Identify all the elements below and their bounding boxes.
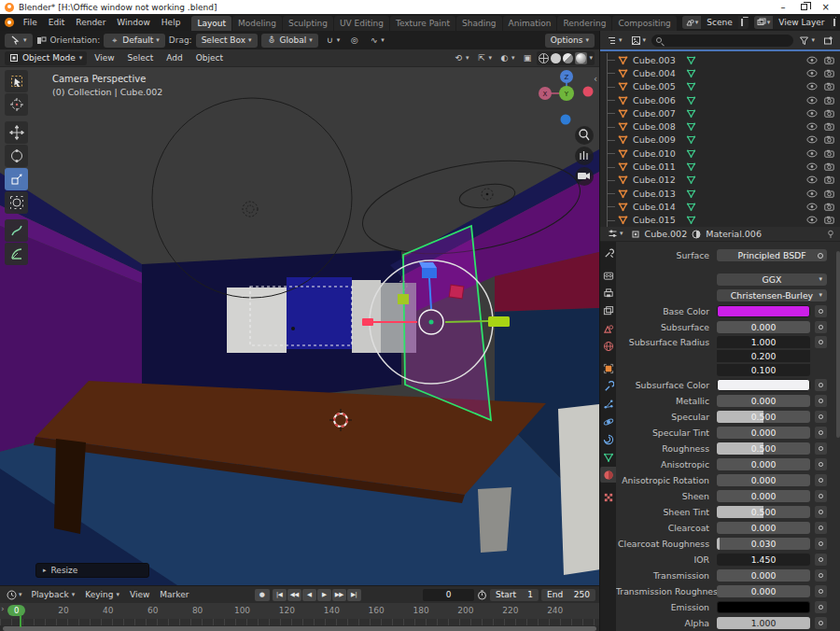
workspace-tab[interactable]: Layout xyxy=(191,16,231,31)
outliner-row[interactable]: Cube.013 xyxy=(600,187,840,200)
property-field[interactable] xyxy=(717,601,810,613)
tab-constraints[interactable] xyxy=(600,431,616,447)
mesh-object-icon[interactable] xyxy=(618,189,628,199)
hide-viewport-icon[interactable] xyxy=(806,203,818,211)
zoom-button[interactable] xyxy=(575,126,594,145)
menu-item[interactable]: Window xyxy=(111,18,156,27)
properties-editor-type-dropdown[interactable]: ▾ xyxy=(605,227,626,241)
color-swatch[interactable] xyxy=(717,601,810,613)
disable-render-icon[interactable] xyxy=(824,56,834,64)
door-panel[interactable] xyxy=(558,403,599,575)
animate-decorator-button[interactable] xyxy=(815,569,827,582)
tab-object[interactable] xyxy=(600,360,616,376)
outliner-row[interactable]: Cube.015 xyxy=(600,214,840,227)
workspace-tab[interactable]: Texture Paint xyxy=(390,16,455,31)
mesh-data-icon[interactable] xyxy=(686,202,696,212)
slider-field[interactable]: 0.500 xyxy=(717,411,810,423)
property-field[interactable]: 0.000 0.000 0.000 0.000 xyxy=(717,321,810,333)
property-field[interactable]: 0.500 0.500 0.500 0.500 xyxy=(717,411,810,423)
hide-viewport-icon[interactable] xyxy=(806,149,818,158)
active-tool-dropdown[interactable]: ▾ xyxy=(5,34,33,48)
tab-particles[interactable] xyxy=(600,396,616,412)
workspace-tab[interactable]: Animation xyxy=(503,16,557,31)
hide-viewport-icon[interactable] xyxy=(806,175,818,184)
property-field[interactable]: 1.000 1.000 1.000 1.000 xyxy=(717,617,810,629)
slider-field[interactable]: 0.000 xyxy=(717,569,810,582)
outliner-row[interactable]: Cube.005 xyxy=(600,80,840,93)
workspace-tab[interactable]: Modeling xyxy=(232,16,282,31)
mesh-data-icon[interactable] xyxy=(686,161,696,172)
shading-dropdown-left[interactable]: ◐▾ xyxy=(497,51,518,65)
mesh-object-icon[interactable] xyxy=(618,81,628,91)
view-layer-name[interactable]: View Layer xyxy=(773,16,830,29)
blender-menu-icon[interactable] xyxy=(4,17,16,29)
auto-key-record-button[interactable]: ● xyxy=(255,589,270,601)
slider-field[interactable]: 0.000 xyxy=(717,427,810,439)
animate-decorator-button[interactable] xyxy=(815,490,827,502)
number-field[interactable]: 0.100 xyxy=(717,364,810,376)
outliner-search-input[interactable] xyxy=(651,35,793,47)
hide-viewport-icon[interactable] xyxy=(806,189,818,198)
menu-item[interactable]: Help xyxy=(156,18,187,27)
mesh-data-icon[interactable] xyxy=(686,55,696,65)
annotate-tool[interactable] xyxy=(5,219,28,242)
disable-render-icon[interactable] xyxy=(824,82,834,91)
hide-viewport-icon[interactable] xyxy=(806,69,818,77)
animate-decorator-button[interactable] xyxy=(815,458,827,470)
current-frame-field[interactable]: 0 xyxy=(423,589,474,601)
move-tool[interactable] xyxy=(5,121,28,144)
hide-viewport-icon[interactable] xyxy=(806,82,818,91)
disable-render-icon[interactable] xyxy=(824,189,834,198)
animate-decorator-button[interactable] xyxy=(815,538,827,550)
gizmo-y-handle[interactable] xyxy=(488,316,510,327)
tab-texture[interactable] xyxy=(600,489,616,505)
red-cube[interactable] xyxy=(449,285,464,299)
slider-field[interactable]: 1.000 xyxy=(717,617,810,629)
rotate-tool[interactable] xyxy=(5,145,28,167)
menu-item[interactable]: Render xyxy=(70,18,111,27)
transport-button[interactable]: ▶| xyxy=(347,589,361,601)
animate-decorator-button[interactable] xyxy=(815,522,827,534)
hide-viewport-icon[interactable] xyxy=(806,216,818,224)
mesh-data-icon[interactable] xyxy=(686,175,696,185)
transport-button[interactable]: |◀ xyxy=(273,589,287,601)
scene-selector[interactable]: ▾ Scene × xyxy=(682,16,749,29)
workspace-tab[interactable]: Compositing xyxy=(612,16,676,31)
menu-item[interactable]: Edit xyxy=(43,18,70,27)
mesh-data-icon[interactable] xyxy=(686,68,696,78)
tab-tool[interactable] xyxy=(600,245,616,260)
property-field[interactable]: 0.000 0.000 0.000 0.000 xyxy=(717,569,810,582)
mesh-data-icon[interactable] xyxy=(686,108,696,119)
animate-decorator-button[interactable] xyxy=(815,427,827,439)
object-name[interactable]: Cube.007 xyxy=(633,108,681,119)
new-view-layer-icon[interactable] xyxy=(833,19,835,26)
tab-physics[interactable] xyxy=(600,414,616,429)
property-field[interactable]: Christensen-Burley Christensen-Burley Ch… xyxy=(717,289,827,301)
property-field[interactable]: 1.450 1.450 1.450 1.450 xyxy=(717,554,810,566)
transform-pivot-dropdown[interactable]: ⛢ Global▾ xyxy=(261,34,318,48)
cursor-tool[interactable] xyxy=(5,93,28,116)
tab-view-layer[interactable] xyxy=(600,302,616,318)
timeline-editor-type-dropdown[interactable]: ▾ xyxy=(4,588,25,602)
animate-decorator-button[interactable] xyxy=(815,506,827,518)
animate-decorator-button[interactable] xyxy=(815,601,827,613)
tab-render[interactable] xyxy=(600,267,616,283)
disable-render-icon[interactable] xyxy=(824,162,834,171)
property-field[interactable]: 0.030 0.030 0.030 0.030 xyxy=(717,538,810,550)
animate-decorator-button[interactable] xyxy=(815,379,827,391)
stopwatch-icon[interactable] xyxy=(477,590,487,600)
tab-modifiers[interactable] xyxy=(600,378,616,394)
mesh-data-icon[interactable] xyxy=(686,95,696,105)
animate-decorator-button[interactable] xyxy=(815,305,827,317)
new-scene-icon[interactable] xyxy=(741,19,743,26)
animate-decorator-button[interactable] xyxy=(815,617,827,629)
outliner-filter-dropdown[interactable]: ▾ xyxy=(796,34,818,48)
slider-field[interactable]: 0.000 xyxy=(717,585,810,597)
outliner-row[interactable]: Cube.003 xyxy=(600,53,840,66)
outliner-row[interactable]: Cube.010 xyxy=(600,147,840,160)
property-field[interactable]: 0.000 0.000 0.000 0.000 xyxy=(717,427,810,439)
disable-render-icon[interactable] xyxy=(824,203,834,211)
property-field[interactable]: 0.000 0.000 0.000 0.000 xyxy=(717,458,810,470)
animate-decorator-button[interactable] xyxy=(815,321,827,333)
hide-viewport-icon[interactable] xyxy=(806,96,818,105)
